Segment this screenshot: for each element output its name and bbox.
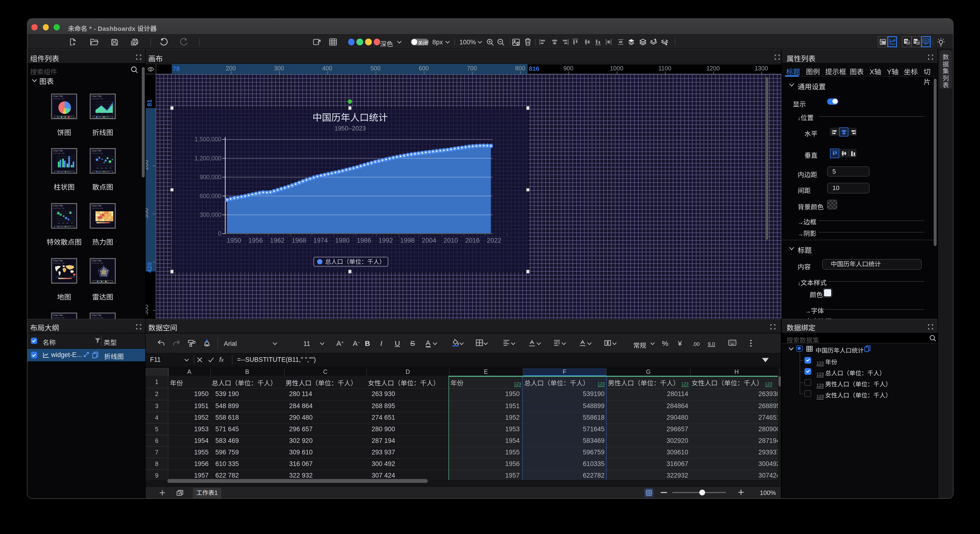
svg-text:1,200,000: 1,200,000 — [194, 155, 221, 162]
svg-text:1986: 1986 — [356, 237, 371, 244]
svg-text:D: D — [112, 113, 113, 114]
svg-text:1: 1 — [95, 220, 96, 221]
svg-text:4780000: 4780000 — [56, 276, 60, 277]
svg-text:1980: 1980 — [335, 237, 349, 244]
svg-text:72.4: 72.4 — [71, 223, 73, 224]
svg-text:2: 2 — [99, 220, 99, 221]
svg-text:83.1: 83.1 — [62, 223, 65, 224]
svg-text:83.1: 83.1 — [101, 167, 103, 169]
svg-text:0: 0 — [218, 230, 221, 237]
svg-text:2004: 2004 — [422, 237, 436, 244]
svg-text:86.4: 86.4 — [67, 223, 69, 224]
svg-text:A: A — [103, 265, 104, 266]
svg-text:En: En — [907, 42, 910, 44]
svg-text:2010: 2010 — [443, 237, 458, 244]
svg-text:2022: 2022 — [487, 237, 501, 244]
svg-text:300,000: 300,000 — [199, 211, 221, 218]
svg-text:900,000: 900,000 — [199, 174, 221, 180]
svg-text:72.4: 72.4 — [110, 167, 112, 169]
svg-text:2016: 2016 — [465, 237, 479, 244]
svg-text:1400000000: 1400000000 — [70, 276, 75, 277]
svg-text:1998: 1998 — [400, 237, 414, 244]
svg-text:6: 6 — [110, 220, 111, 221]
svg-text:3: 3 — [101, 220, 102, 221]
svg-text:中国历年人口统计: 中国历年人口统计 — [312, 112, 388, 123]
svg-text:86.4: 86.4 — [105, 167, 108, 169]
svg-text:1956: 1956 — [248, 237, 262, 244]
svg-text:1974: 1974 — [313, 237, 328, 244]
svg-text:4: 4 — [104, 220, 105, 221]
svg-text:C: C — [107, 113, 108, 114]
svg-text:文: 文 — [916, 42, 919, 45]
svg-text:OS: OS — [924, 40, 928, 43]
svg-text:43.3: 43.3 — [97, 167, 99, 169]
svg-text:B: B — [102, 113, 103, 114]
svg-text:总人口（单位：千人）: 总人口（单位：千人） — [325, 258, 385, 265]
svg-text:1,500,000: 1,500,000 — [194, 136, 221, 143]
svg-text:5: 5 — [107, 220, 108, 221]
svg-text:43.3: 43.3 — [58, 223, 60, 224]
svg-text:A: A — [97, 113, 97, 114]
svg-text:600,000: 600,000 — [199, 193, 221, 199]
svg-text:1992: 1992 — [378, 237, 393, 244]
svg-text:1950: 1950 — [226, 237, 241, 244]
svg-text:1968: 1968 — [291, 237, 306, 244]
svg-text:1962: 1962 — [270, 237, 284, 244]
svg-text:1950–2023: 1950–2023 — [334, 125, 366, 132]
